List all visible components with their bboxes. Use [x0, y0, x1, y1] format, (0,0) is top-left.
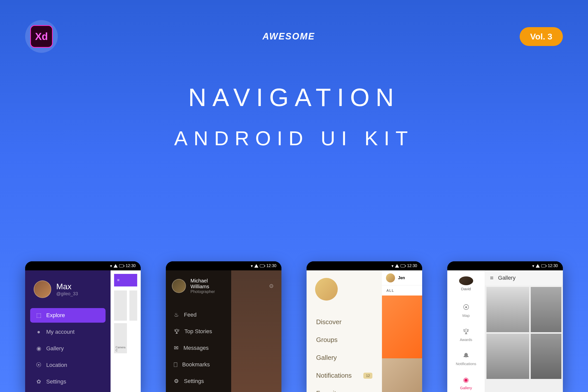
- content-peek: ≡ Camera C: [111, 270, 141, 392]
- gallery-image[interactable]: [531, 287, 561, 332]
- avatar[interactable]: [315, 278, 338, 301]
- nav-awards[interactable]: 🏆︎Awards: [447, 323, 485, 347]
- user-firstname: Michael: [190, 278, 215, 284]
- nav-settings[interactable]: ✿Settings: [30, 374, 106, 389]
- main-title: NAVIGATION: [0, 83, 588, 112]
- user-icon: ●: [36, 329, 42, 335]
- nav-label: Notifications: [456, 362, 476, 366]
- nav-notifications[interactable]: 🔔︎Notifications: [447, 347, 485, 371]
- brand-logo: AWESOME: [262, 31, 315, 42]
- gallery-image[interactable]: [486, 287, 529, 332]
- content-peek: Jen ALL: [382, 270, 422, 392]
- nav-label: Discover: [316, 318, 341, 326]
- phone-mockup-2: ▾ 12:30 ⚙ Michael Williams Photographer …: [166, 261, 281, 392]
- hamburger-icon[interactable]: ≡: [490, 274, 494, 281]
- nav-messages[interactable]: ✉Messages: [172, 340, 235, 356]
- grid-cell[interactable]: [129, 290, 137, 321]
- gallery-image[interactable]: [531, 334, 561, 379]
- nav-label: Gallery: [46, 345, 64, 352]
- map-icon: ⬚: [36, 312, 42, 318]
- nav-gallery[interactable]: Gallery: [315, 349, 373, 367]
- status-bar: ▾ 12:30: [166, 261, 281, 270]
- camera-icon: ◉: [36, 346, 42, 352]
- camera-icon: ◉: [463, 376, 469, 384]
- nav-account[interactable]: ●My account: [30, 325, 106, 339]
- nav-discover[interactable]: Discover: [315, 313, 373, 331]
- nav-label: Groups: [316, 336, 337, 344]
- nav-label: Map: [462, 313, 470, 318]
- gallery-image[interactable]: [382, 358, 422, 392]
- trophy-icon: 🏆︎: [463, 328, 469, 335]
- gear-icon[interactable]: ⚙: [269, 283, 274, 289]
- phone-mockup-1: ▾ 12:30 Max @gileo_33 ⬚Explore ●My accou…: [25, 261, 141, 392]
- xd-badge: Xd: [25, 20, 58, 53]
- nav-label: Top Stories: [184, 328, 212, 335]
- pin-icon: ⦿: [36, 362, 42, 368]
- nav-label: Settings: [184, 378, 204, 384]
- user-role: Photographer: [190, 289, 215, 294]
- gear-icon: ✿: [36, 379, 42, 385]
- bookmark-icon: ⎕: [174, 361, 177, 368]
- volume-badge: Vol. 3: [520, 27, 563, 46]
- nav-map[interactable]: ⦿Map: [447, 299, 485, 323]
- user-name: Max: [56, 282, 78, 291]
- status-bar: ▾ 12:30: [25, 261, 141, 270]
- nav-gallery[interactable]: ◉Gallery: [447, 371, 485, 392]
- xd-icon: Xd: [30, 25, 53, 48]
- nav-label: My account: [46, 329, 75, 335]
- subtitle: ANDROID UI KIT: [0, 127, 588, 150]
- clock: 12:30: [407, 264, 417, 268]
- user-handle: @gileo_33: [56, 291, 78, 297]
- nav-label: Feed: [184, 312, 197, 318]
- clock: 12:30: [548, 264, 558, 268]
- avatar[interactable]: [34, 280, 51, 298]
- page-title: Gallery: [498, 275, 516, 281]
- mini-avatar[interactable]: [386, 273, 395, 282]
- nav-explore[interactable]: ⬚Explore: [30, 308, 106, 323]
- hamburger-icon[interactable]: ≡: [117, 278, 119, 282]
- nav-settings[interactable]: ⚙Settings: [172, 373, 235, 389]
- user-name: David: [461, 287, 471, 291]
- nav-label: Awards: [460, 337, 472, 342]
- grid-cell[interactable]: [114, 290, 127, 321]
- status-bar: ▾ 12:30: [307, 261, 422, 270]
- nav-feed[interactable]: ♨Feed: [172, 307, 235, 323]
- gallery-image[interactable]: [382, 296, 422, 358]
- nav-label: Settings: [46, 378, 66, 385]
- bell-icon: 🔔︎: [463, 352, 469, 360]
- avatar[interactable]: [172, 279, 186, 293]
- peek-username: Jen: [398, 276, 405, 280]
- clock: 12:30: [126, 264, 136, 268]
- nav-location[interactable]: ⦿Location: [30, 358, 106, 372]
- avatar[interactable]: [459, 276, 473, 285]
- nav-top-stories[interactable]: 🏆︎Top Stories: [172, 323, 235, 340]
- pin-icon: ⦿: [463, 304, 469, 311]
- gallery-image[interactable]: [486, 334, 529, 379]
- trophy-icon: 🏆︎: [174, 328, 179, 335]
- status-bar: ▾ 12:30: [447, 261, 563, 270]
- count-badge: 12: [363, 373, 372, 379]
- tab-all[interactable]: ALL: [382, 285, 422, 296]
- nav-label: Gallery: [460, 386, 472, 390]
- phone-mockup-4: ▾ 12:30 David ⦿Map 🏆︎Awards 🔔︎Notificati…: [447, 261, 563, 392]
- nav-label: Location: [46, 362, 67, 368]
- nav-label: Messages: [183, 345, 209, 351]
- user-surname: Williams: [190, 284, 215, 289]
- flame-icon: ♨: [174, 312, 179, 318]
- gear-icon: ⚙: [174, 378, 179, 384]
- nav-bookmarks[interactable]: ⎕Bookmarks: [172, 356, 235, 373]
- nav-notifications[interactable]: Notifications12: [315, 367, 373, 384]
- nav-label: Notifications: [316, 372, 352, 379]
- phone-mockup-3: ▾ 12:30 Discover Groups Gallery Notifica…: [307, 261, 422, 392]
- mail-icon: ✉: [174, 345, 178, 351]
- nav-label: Gallery: [316, 354, 337, 362]
- clock: 12:30: [266, 264, 276, 268]
- nav-label: Favorites: [316, 389, 343, 392]
- nav-gallery[interactable]: ◉Gallery: [30, 341, 106, 356]
- nav-groups[interactable]: Groups: [315, 331, 373, 349]
- nav-label: Bookmarks: [182, 361, 210, 368]
- nav-label: Explore: [46, 312, 65, 319]
- nav-favorites[interactable]: Favorites: [315, 384, 373, 392]
- grid-cell[interactable]: Camera C: [114, 323, 127, 353]
